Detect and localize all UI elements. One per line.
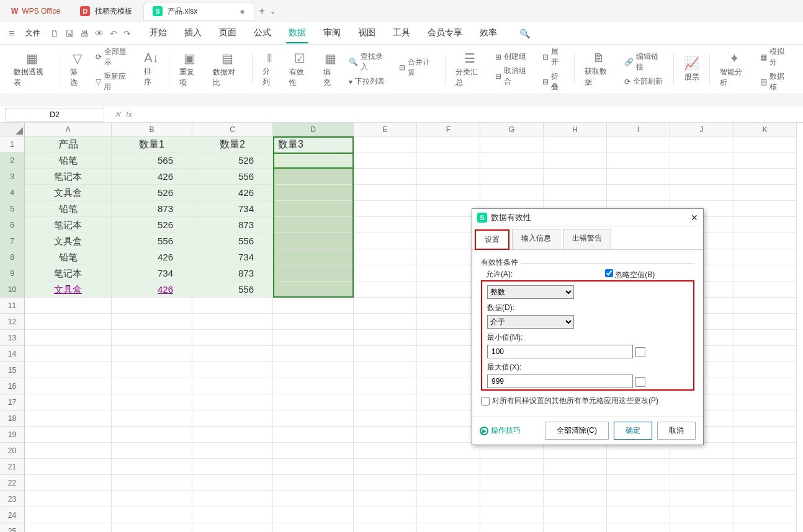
cell-D1[interactable]: 数量3 bbox=[273, 136, 354, 153]
cell-H24[interactable] bbox=[544, 507, 607, 523]
cell-D23[interactable] bbox=[273, 491, 354, 507]
cell-K22[interactable] bbox=[733, 475, 797, 491]
cell-E14[interactable] bbox=[354, 346, 417, 362]
cell-A17[interactable] bbox=[25, 394, 112, 410]
cell-C7[interactable]: 556 bbox=[192, 233, 273, 249]
cell-D18[interactable] bbox=[273, 410, 354, 427]
cell-K12[interactable] bbox=[733, 314, 797, 330]
formula-input[interactable] bbox=[137, 107, 803, 122]
cell-C24[interactable] bbox=[192, 507, 273, 523]
ignore-blank-checkbox[interactable]: 忽略空值(B) bbox=[605, 269, 655, 280]
cell-B5[interactable]: 873 bbox=[112, 201, 192, 217]
cell-F10[interactable] bbox=[417, 282, 480, 298]
cell-F21[interactable] bbox=[417, 459, 480, 475]
menu-tab-1[interactable]: 插入 bbox=[182, 24, 204, 43]
max-input[interactable] bbox=[487, 375, 633, 388]
cell-A16[interactable] bbox=[25, 378, 112, 394]
row-head-12[interactable]: 12 bbox=[0, 314, 25, 330]
cell-E6[interactable] bbox=[354, 217, 417, 233]
cell-D13[interactable] bbox=[273, 330, 354, 346]
cell-E8[interactable] bbox=[354, 249, 417, 265]
cell-F5[interactable] bbox=[417, 201, 480, 217]
cell-F4[interactable] bbox=[417, 185, 480, 201]
ribbon-sort[interactable]: A↓排序 bbox=[139, 51, 163, 87]
row-head-18[interactable]: 18 bbox=[0, 410, 25, 427]
cell-E23[interactable] bbox=[354, 491, 417, 507]
row-head-23[interactable]: 23 bbox=[0, 491, 25, 507]
cell-C20[interactable] bbox=[192, 443, 273, 459]
dialog-tab-settings[interactable]: 设置 bbox=[475, 229, 509, 250]
cell-G21[interactable] bbox=[480, 459, 544, 475]
col-head-H[interactable]: H bbox=[544, 123, 607, 136]
cell-B4[interactable]: 526 bbox=[112, 185, 192, 201]
cell-F9[interactable] bbox=[417, 265, 480, 282]
col-head-E[interactable]: E bbox=[354, 123, 417, 136]
ok-button[interactable]: 确定 bbox=[614, 422, 652, 440]
cell-K10[interactable] bbox=[733, 282, 797, 298]
cell-E10[interactable] bbox=[354, 282, 417, 298]
cell-C23[interactable] bbox=[192, 491, 273, 507]
cell-C3[interactable]: 556 bbox=[192, 169, 273, 185]
cell-A14[interactable] bbox=[25, 346, 112, 362]
cell-F12[interactable] bbox=[417, 314, 480, 330]
cell-D15[interactable] bbox=[273, 362, 354, 378]
cell-K9[interactable] bbox=[733, 265, 797, 282]
cell-K16[interactable] bbox=[733, 378, 797, 394]
cell-D5[interactable] bbox=[273, 201, 354, 217]
cell-D24[interactable] bbox=[273, 507, 354, 523]
qat-print-icon[interactable]: 🖶 bbox=[80, 29, 89, 38]
cell-E3[interactable] bbox=[354, 169, 417, 185]
select-all-corner[interactable] bbox=[0, 123, 25, 136]
ribbon-refreshall[interactable]: ⟳全部刷新 bbox=[624, 76, 665, 87]
cell-B7[interactable]: 556 bbox=[112, 233, 192, 249]
app-name-tab[interactable]: W WPS Office bbox=[2, 3, 69, 19]
cell-A7[interactable]: 文具盒 bbox=[25, 233, 112, 249]
cell-C4[interactable]: 426 bbox=[192, 185, 273, 201]
cell-F8[interactable] bbox=[417, 249, 480, 265]
cell-F22[interactable] bbox=[417, 475, 480, 491]
cell-D7[interactable] bbox=[273, 233, 354, 249]
row-head-13[interactable]: 13 bbox=[0, 330, 25, 346]
ribbon-expand[interactable]: ⊡展开 bbox=[542, 47, 565, 68]
col-head-I[interactable]: I bbox=[607, 123, 670, 136]
cell-A4[interactable]: 文具盒 bbox=[25, 185, 112, 201]
cell-E16[interactable] bbox=[354, 378, 417, 394]
ribbon-dropdown[interactable]: ▾下拉列表 bbox=[349, 76, 389, 87]
row-head-9[interactable]: 9 bbox=[0, 265, 25, 282]
menu-tab-8[interactable]: 会员专享 bbox=[425, 24, 465, 43]
cell-C2[interactable]: 526 bbox=[192, 153, 273, 169]
cell-F25[interactable] bbox=[417, 523, 480, 532]
cell-B18[interactable] bbox=[112, 410, 192, 427]
document-tab[interactable]: S 产品.xlsx ● bbox=[143, 2, 254, 21]
cell-A23[interactable] bbox=[25, 491, 112, 507]
dialog-tab-error[interactable]: 出错警告 bbox=[563, 229, 611, 249]
cell-C5[interactable]: 734 bbox=[192, 201, 273, 217]
row-head-3[interactable]: 3 bbox=[0, 169, 25, 185]
hamburger-icon[interactable]: ≡ bbox=[9, 28, 14, 39]
cell-G22[interactable] bbox=[480, 475, 544, 491]
cell-K13[interactable] bbox=[733, 330, 797, 346]
menu-tab-5[interactable]: 审阅 bbox=[321, 24, 343, 43]
cell-E1[interactable] bbox=[354, 136, 417, 153]
cell-C1[interactable]: 数量2 bbox=[192, 136, 273, 153]
col-head-A[interactable]: A bbox=[25, 123, 112, 136]
qat-save-icon[interactable]: 🖫 bbox=[65, 29, 74, 38]
file-menu[interactable]: 文件 bbox=[19, 25, 47, 41]
cell-H22[interactable] bbox=[544, 475, 607, 491]
cell-K21[interactable] bbox=[733, 459, 797, 475]
cell-F20[interactable] bbox=[417, 443, 480, 459]
cell-E5[interactable] bbox=[354, 201, 417, 217]
dialog-tab-input[interactable]: 输入信息 bbox=[512, 229, 560, 249]
row-head-2[interactable]: 2 bbox=[0, 153, 25, 169]
cell-A22[interactable] bbox=[25, 475, 112, 491]
cell-K14[interactable] bbox=[733, 346, 797, 362]
cell-B12[interactable] bbox=[112, 314, 192, 330]
cell-E20[interactable] bbox=[354, 443, 417, 459]
cell-G1[interactable] bbox=[480, 136, 544, 153]
max-picker-icon[interactable] bbox=[635, 377, 645, 387]
cell-E4[interactable] bbox=[354, 185, 417, 201]
cell-D3[interactable] bbox=[273, 169, 354, 185]
cell-K8[interactable] bbox=[733, 249, 797, 265]
cell-F11[interactable] bbox=[417, 298, 480, 314]
cell-J2[interactable] bbox=[670, 153, 733, 169]
